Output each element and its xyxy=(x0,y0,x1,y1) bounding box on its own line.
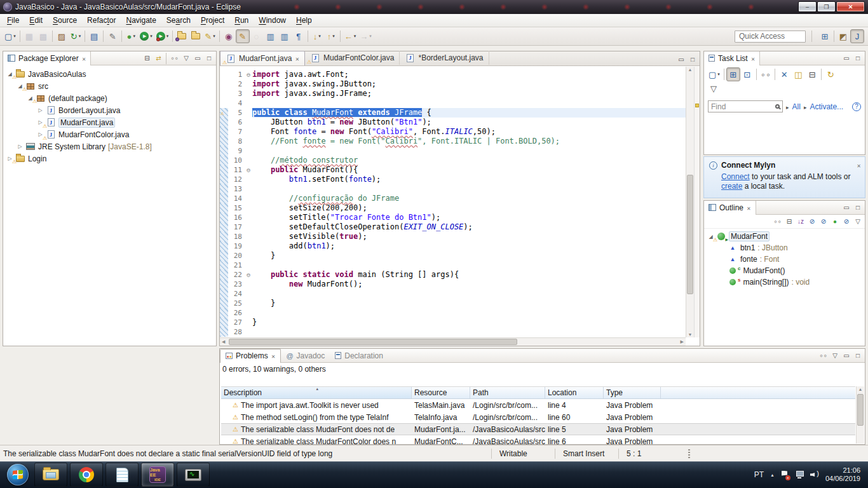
code-editor[interactable]: 1⊖import java.awt.Font;2import javax.swi… xyxy=(220,67,686,337)
menu-navigate[interactable]: Navigate xyxy=(121,15,161,26)
chrome-button[interactable] xyxy=(70,463,103,487)
maximize-view-button[interactable]: □ xyxy=(687,54,698,65)
minimize-view-button[interactable]: ▭ xyxy=(841,53,852,64)
group-by-owner-button[interactable]: ◫ xyxy=(791,67,805,81)
focus-active-task-button[interactable]: ✎ xyxy=(236,29,250,43)
collapse-all-button[interactable]: ⊟ xyxy=(141,53,153,64)
fold-marker-icon[interactable]: ⊖ xyxy=(245,270,252,280)
hide-non-public-button[interactable]: ● xyxy=(829,216,841,227)
action-center-icon[interactable] xyxy=(781,471,789,479)
menu-edit[interactable]: Edit xyxy=(24,15,48,26)
menu-search[interactable]: Search xyxy=(161,15,196,26)
column-header-type[interactable]: Type xyxy=(604,387,661,398)
outline-item-btn1[interactable]: ▲btn1 : JButton xyxy=(704,242,865,254)
tree-item-borderlayout-java[interactable]: ▷BorderLayout.java xyxy=(3,104,216,116)
volume-icon[interactable] xyxy=(810,471,819,478)
column-header-description[interactable]: Description▴ xyxy=(221,387,412,398)
show-whitespace-button[interactable]: ¶ xyxy=(292,29,306,43)
hidden-icons-arrow-icon[interactable]: ▲ xyxy=(770,473,775,477)
column-header-resource[interactable]: Resource xyxy=(412,387,470,398)
menu-run[interactable]: Run xyxy=(229,15,254,26)
tree-item-login[interactable]: ▷⚠Login xyxy=(3,152,216,165)
view-filters-button[interactable]: ∘∘ xyxy=(168,53,180,64)
hide-completed-button[interactable]: ✕ xyxy=(777,67,791,81)
back-button[interactable]: ←▾ xyxy=(342,29,358,43)
expand-arrow-icon[interactable] xyxy=(786,102,789,111)
previous-annotation-button[interactable]: ▥ xyxy=(278,29,292,43)
expand-arrow-icon[interactable] xyxy=(804,102,807,111)
tree-item-jre-system-library[interactable]: ▷JRE System Library[JavaSE-1.8] xyxy=(3,140,216,152)
tab-package-explorer[interactable]: Package Explorer xyxy=(3,51,91,65)
problems-scrollbar[interactable]: ▲ xyxy=(856,386,864,444)
maximize-view-button[interactable]: □ xyxy=(852,53,864,64)
scroll-up-icon[interactable]: ▲ xyxy=(686,67,694,72)
javaee-perspective-button[interactable]: ◩ xyxy=(836,29,850,43)
minimize-button[interactable]: – xyxy=(798,1,817,12)
outline-item-fonte[interactable]: ▲fonte : Font xyxy=(704,254,865,265)
problems-filters-button[interactable]: ∘∘ xyxy=(817,350,829,362)
search-button[interactable]: ✎▾ xyxy=(203,29,217,43)
link-activate[interactable]: Activate... xyxy=(810,102,843,111)
problem-row[interactable]: ⚠The import java.awt.Toolkit is never us… xyxy=(221,399,855,411)
editor-tab-mudarfont-java[interactable]: ⚠MudarFont.java xyxy=(220,51,305,65)
overview-ruler[interactable] xyxy=(694,67,700,337)
outline-item-mudarfont[interactable]: ◢⚠MudarFont xyxy=(704,231,865,242)
maximize-view-button[interactable]: □ xyxy=(852,350,864,362)
debug-button[interactable]: ●▾ xyxy=(124,29,138,43)
link-all[interactable]: All xyxy=(792,102,801,111)
hide-static-members-button[interactable]: ⊘ xyxy=(818,216,829,227)
java-perspective-button[interactable]: J xyxy=(850,29,864,43)
editor-tab-mudarfontcolor-java[interactable]: ⚠MudarFontColor.java xyxy=(305,51,400,65)
column-header-location[interactable]: Location xyxy=(545,387,604,398)
run-button[interactable]: ▶▾ xyxy=(138,29,154,43)
menu-help[interactable]: Help xyxy=(291,15,317,26)
minimize-view-button[interactable]: ▭ xyxy=(841,202,852,214)
editor-tab-borderlayout-java[interactable]: *BorderLayout.java xyxy=(400,51,489,65)
editor-horizontal-scrollbar[interactable]: ◀ ▶ xyxy=(220,337,686,346)
overview-warning-marker[interactable] xyxy=(695,104,699,107)
open-perspective-button[interactable]: ⊞ xyxy=(818,29,832,43)
scrollbar-thumb[interactable] xyxy=(229,339,517,345)
quick-access-box[interactable]: Quick Access xyxy=(735,30,806,43)
problem-row[interactable]: ⚠The serializable class MudarFont does n… xyxy=(221,423,855,435)
expander-icon[interactable]: ▷ xyxy=(17,144,23,149)
tab-problems[interactable]: Problems xyxy=(220,349,281,363)
minimize-view-button[interactable]: ▭ xyxy=(192,53,203,64)
scroll-left-icon[interactable]: ◀ xyxy=(222,339,225,344)
link-create[interactable]: create xyxy=(721,182,742,191)
new-wizard-button[interactable]: ▢▾ xyxy=(3,29,18,43)
run-external-tools-button[interactable]: ▶▾ xyxy=(154,29,171,43)
collapse-all-button[interactable]: ⊟ xyxy=(783,216,795,227)
show-categorized-button[interactable]: ⊞ xyxy=(726,67,740,81)
scroll-down-icon[interactable]: ▼ xyxy=(686,332,694,337)
sort-alphabetically-button[interactable]: ↓z xyxy=(795,216,806,227)
fold-marker-icon[interactable]: ⊖ xyxy=(245,70,252,79)
minimize-view-button[interactable]: ▭ xyxy=(675,54,687,65)
menu-project[interactable]: Project xyxy=(196,15,229,26)
open-resource-button[interactable] xyxy=(189,29,203,43)
view-menu-button[interactable]: ▽ xyxy=(707,81,721,95)
close-view-icon[interactable] xyxy=(747,203,751,212)
tab-task-list[interactable]: Task List xyxy=(704,51,760,65)
help-icon[interactable]: ? xyxy=(852,102,861,111)
problem-row[interactable]: ⚠The serializable class MudarFontColor d… xyxy=(221,435,855,444)
expander-icon[interactable]: ▷ xyxy=(37,107,43,113)
language-indicator[interactable]: PT xyxy=(754,470,764,479)
close-icon[interactable] xyxy=(857,161,861,170)
last-edit-location-button[interactable]: ↓▾ xyxy=(310,29,324,43)
outline-filters-button[interactable]: ∘∘ xyxy=(771,216,783,227)
menu-refactor[interactable]: Refactor xyxy=(82,15,121,26)
maximize-view-button[interactable]: □ xyxy=(203,53,215,64)
close-button[interactable]: ✕ xyxy=(836,1,865,12)
find-input[interactable]: Find xyxy=(708,100,783,112)
tree-item-mudarfont-java[interactable]: ▷⚠MudarFont.java xyxy=(3,116,216,128)
outline-item-mudarfont[interactable]: cMudarFont() xyxy=(704,265,865,276)
task-filters-button[interactable]: ∘∘ xyxy=(759,67,773,81)
new-task-button[interactable]: ▢▾ xyxy=(707,67,722,81)
menu-file[interactable]: File xyxy=(2,15,24,26)
link-connect[interactable]: Connect xyxy=(721,172,750,181)
view-menu-button[interactable]: ▽ xyxy=(852,216,864,227)
menu-source[interactable]: Source xyxy=(48,15,82,26)
tree-item-src[interactable]: ◢⚠src xyxy=(3,80,216,92)
show-scheduled-button[interactable]: ⊡ xyxy=(740,67,754,81)
